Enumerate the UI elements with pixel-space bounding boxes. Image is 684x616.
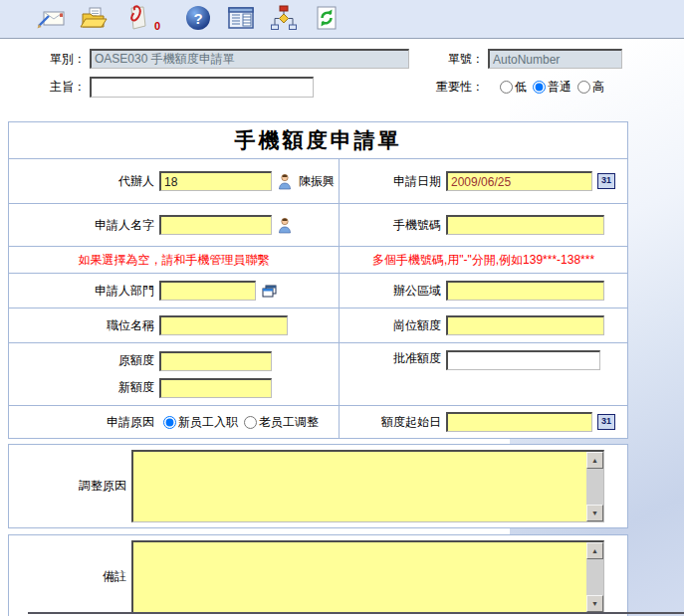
adjust-reason-section: 調整原因 ▲ ▼	[8, 444, 628, 528]
refresh-button[interactable]	[312, 5, 342, 33]
form-view-icon	[227, 6, 255, 33]
window-picker-icon	[262, 285, 277, 298]
importance-option-high[interactable]: 高	[573, 79, 604, 96]
department-label: 申請人部門	[9, 283, 154, 300]
agent-input[interactable]	[159, 171, 272, 191]
form-view-button[interactable]	[226, 5, 256, 33]
adjust-reason-label: 調整原因	[9, 478, 126, 495]
form-no-field-group: 單號：	[438, 49, 622, 69]
scroll-up-icon[interactable]: ▲	[586, 542, 603, 559]
attachment-icon	[124, 5, 148, 34]
form-type-field-group: 單別：	[44, 49, 409, 69]
page-title: 手機額度申請單	[235, 126, 402, 154]
mobile-input[interactable]	[446, 215, 604, 235]
post-quota-label: 崗位額度	[340, 317, 441, 334]
help-icon: ?	[185, 5, 211, 34]
form-title-row: 手機額度申請單	[9, 122, 627, 158]
attachment-button[interactable]	[121, 5, 151, 33]
post-quota-input[interactable]	[446, 315, 604, 335]
importance-radio-normal[interactable]	[533, 81, 546, 94]
remarks-scrollbar[interactable]: ▲ ▼	[586, 542, 603, 612]
applicant-label: 申請人名字	[9, 217, 154, 234]
reason-startdate-row: 申請原因 新员工入职 老员工调整 額度起始日 31	[9, 405, 627, 438]
original-quota-label: 原額度	[9, 352, 154, 369]
person-icon	[278, 173, 292, 190]
position-input[interactable]	[159, 315, 288, 335]
application-form-table: 手機額度申請單 代辦人 陳振興 申請日期 31	[8, 121, 628, 439]
approved-quota-input[interactable]	[446, 350, 600, 370]
apply-date-input[interactable]	[446, 171, 592, 191]
calendar-icon[interactable]: 31	[597, 414, 615, 430]
app-window: 0 ?	[0, 0, 684, 616]
window-bottom-edge	[28, 612, 684, 614]
mobile-label: 手機號碼	[340, 217, 441, 234]
scroll-down-icon[interactable]: ▼	[586, 505, 603, 521]
new-quota-input[interactable]	[159, 378, 272, 398]
send-mail-button[interactable]	[36, 5, 66, 33]
agent-date-row: 代辦人 陳振興 申請日期 31	[9, 158, 627, 203]
office-area-input[interactable]	[446, 281, 604, 301]
attachment-count: 0	[154, 20, 160, 32]
subject-label: 主旨：	[44, 79, 86, 96]
remarks-label: 備註	[9, 568, 126, 585]
svg-text:?: ?	[194, 9, 203, 26]
adjust-reason-scrollbar[interactable]: ▲ ▼	[586, 452, 603, 521]
workflow-icon	[270, 5, 298, 34]
toolbar: 0 ?	[0, 0, 684, 39]
mobile-hint: 多個手機號碼,用"-"分開,例如139***-138***	[372, 252, 594, 269]
apply-reason-label: 申請原因	[9, 414, 154, 431]
remarks-textarea[interactable]: ▲ ▼	[131, 540, 604, 613]
remarks-section: 備註 ▲ ▼	[8, 534, 628, 616]
person-icon	[278, 217, 292, 234]
importance-radio-high[interactable]	[577, 81, 590, 94]
applicant-person-picker[interactable]	[278, 217, 292, 234]
position-quota-row: 職位名稱 崗位額度	[9, 308, 627, 342]
office-area-label: 辦公區域	[340, 283, 441, 300]
apply-date-label: 申請日期	[340, 173, 441, 190]
form-type-input	[90, 49, 409, 69]
applicant-mobile-row: 申請人名字 手機號碼	[9, 203, 627, 246]
scroll-down-icon[interactable]: ▼	[586, 595, 603, 612]
agent-label: 代辦人	[9, 173, 154, 190]
agent-person-name: 陳振興	[299, 173, 335, 190]
department-input[interactable]	[159, 281, 256, 301]
original-quota-input[interactable]	[159, 351, 272, 371]
refresh-icon	[315, 5, 339, 34]
workflow-button[interactable]	[269, 5, 299, 33]
help-button[interactable]: ?	[183, 5, 213, 33]
new-quota-label: 新額度	[9, 379, 154, 396]
adjust-reason-textarea[interactable]: ▲ ▼	[131, 450, 604, 522]
importance-group: 重要性： 低 普通 高	[426, 79, 604, 96]
reason-option-old-employee[interactable]: 老员工调整	[240, 414, 319, 431]
form-no-input	[488, 49, 622, 69]
calendar-icon[interactable]: 31	[597, 173, 615, 189]
send-mail-icon	[36, 6, 66, 33]
importance-label: 重要性：	[426, 79, 484, 96]
open-folder-button[interactable]	[79, 5, 109, 33]
importance-radio-low[interactable]	[500, 81, 513, 94]
hint-row: 如果選擇為空，請和手機管理員聯繫 多個手機號碼,用"-"分開,例如139***-…	[9, 246, 627, 273]
department-area-row: 申請人部門 辦公區域	[9, 273, 627, 308]
importance-option-low[interactable]: 低	[496, 79, 527, 96]
approved-quota-label: 批准額度	[340, 350, 441, 367]
reason-option-new-employee[interactable]: 新员工入职	[159, 414, 238, 431]
applicant-input[interactable]	[159, 215, 272, 235]
form-no-label: 單號：	[438, 51, 484, 68]
applicant-hint: 如果選擇為空，請和手機管理員聯繫	[79, 252, 270, 269]
reason-radio-new-employee[interactable]	[163, 416, 176, 429]
form-type-label: 單別：	[44, 51, 86, 68]
open-folder-icon	[80, 6, 108, 33]
reason-radio-old-employee[interactable]	[244, 416, 257, 429]
subject-field-group: 主旨：	[44, 77, 314, 98]
quota-start-date-input[interactable]	[446, 412, 592, 432]
importance-option-normal[interactable]: 普通	[529, 79, 571, 96]
quota-row: 原額度 新額度 批准額度	[9, 342, 627, 405]
subject-input[interactable]	[90, 77, 314, 98]
position-label: 職位名稱	[9, 317, 154, 334]
scroll-up-icon[interactable]: ▲	[586, 452, 603, 469]
department-picker[interactable]	[262, 285, 277, 298]
agent-person-picker[interactable]	[278, 173, 292, 190]
quota-start-date-label: 額度起始日	[340, 414, 441, 431]
